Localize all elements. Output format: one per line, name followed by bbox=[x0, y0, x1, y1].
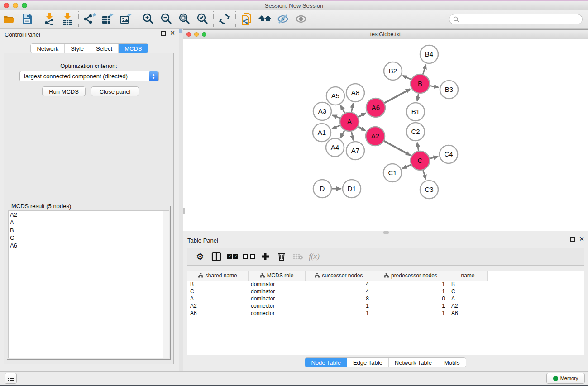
cell-shared-name[interactable]: A bbox=[187, 295, 248, 302]
zoom-in-button[interactable] bbox=[139, 11, 157, 27]
import-network-button[interactable] bbox=[40, 11, 58, 27]
graph-node-D1[interactable]: D1 bbox=[343, 180, 361, 198]
graph-node-C1[interactable]: C1 bbox=[383, 164, 402, 182]
column-header-name[interactable]: name bbox=[449, 271, 487, 281]
cell-shared-name[interactable]: A6 bbox=[187, 310, 248, 317]
edge-B-B1[interactable] bbox=[417, 94, 419, 101]
cell-successor-nodes[interactable]: 4 bbox=[305, 281, 373, 288]
cell-successor-nodes[interactable]: 1 bbox=[305, 310, 373, 317]
cell-MCDS-role[interactable]: connector bbox=[248, 302, 305, 310]
mcds-result-list[interactable]: A2ABCA6 bbox=[8, 210, 169, 358]
delete-table-button[interactable] bbox=[290, 249, 306, 264]
table-row[interactable]: Bdominator41B bbox=[187, 281, 584, 288]
column-header-predecessor-nodes[interactable]: predecessor nodes bbox=[373, 271, 449, 281]
result-list-item[interactable]: A bbox=[9, 219, 169, 226]
edge-A-A4[interactable] bbox=[340, 130, 344, 138]
network-graph[interactable]: B4B2BB3A8A5A6A3B1AC2A1A2A4A7C4CC1DD1C3 bbox=[183, 39, 588, 230]
cell-MCDS-role[interactable]: connector bbox=[248, 310, 305, 317]
graph-node-A[interactable]: A bbox=[340, 112, 359, 131]
float-window-icon[interactable] bbox=[570, 237, 575, 242]
graph-node-B2[interactable]: B2 bbox=[384, 62, 402, 80]
result-scrollbar[interactable] bbox=[163, 211, 169, 358]
graph-node-A3[interactable]: A3 bbox=[313, 102, 331, 120]
cell-predecessor-nodes[interactable]: 1 bbox=[373, 310, 449, 317]
node-table[interactable]: shared nameMCDS rolesuccessor nodesprede… bbox=[187, 271, 584, 355]
tab-style[interactable]: Style bbox=[64, 44, 90, 53]
edge-C-C1[interactable] bbox=[402, 165, 411, 168]
show-columns-button[interactable] bbox=[208, 249, 225, 264]
result-list-item[interactable]: B bbox=[9, 226, 169, 234]
graph-node-B1[interactable]: B1 bbox=[406, 103, 425, 121]
import-table-button[interactable] bbox=[58, 11, 76, 27]
canvas-vscroll-nub[interactable] bbox=[183, 208, 185, 214]
zoom-out-button[interactable] bbox=[157, 11, 175, 27]
apply-layout-button[interactable] bbox=[215, 11, 234, 27]
select-all-columns-button[interactable]: ✓ ✓ bbox=[225, 249, 241, 264]
tab-network-table[interactable]: Network Table bbox=[388, 358, 438, 367]
cell-name[interactable]: C bbox=[449, 288, 487, 295]
create-column-button[interactable] bbox=[257, 249, 273, 264]
export-table-button[interactable] bbox=[99, 11, 117, 27]
tab-mcds[interactable]: MCDS bbox=[118, 44, 148, 53]
cell-MCDS-role[interactable]: dominator bbox=[248, 288, 305, 295]
graph-node-A7[interactable]: A7 bbox=[346, 142, 364, 160]
cell-predecessor-nodes[interactable]: 1 bbox=[373, 288, 449, 295]
cell-name[interactable]: A2 bbox=[449, 302, 487, 310]
search-input[interactable] bbox=[461, 16, 582, 23]
edge-B-B4[interactable] bbox=[423, 65, 425, 74]
table-row[interactable]: Adominator80A bbox=[187, 295, 584, 302]
cell-name[interactable]: A bbox=[449, 295, 487, 302]
edge-A2-C[interactable] bbox=[384, 141, 410, 155]
cell-MCDS-role[interactable]: dominator bbox=[248, 295, 305, 302]
edge-A-A5[interactable] bbox=[340, 105, 344, 113]
cell-predecessor-nodes[interactable]: 1 bbox=[373, 281, 449, 288]
graph-node-C[interactable]: C bbox=[411, 151, 430, 170]
graph-node-B[interactable]: B bbox=[411, 74, 430, 93]
graph-node-A1[interactable]: A1 bbox=[313, 124, 331, 142]
graph-node-C2[interactable]: C2 bbox=[406, 123, 425, 141]
search-field[interactable] bbox=[449, 14, 583, 24]
zoom-selected-button[interactable] bbox=[193, 11, 211, 27]
delete-columns-button[interactable] bbox=[273, 249, 290, 264]
table-settings-button[interactable]: ⚙ bbox=[192, 249, 208, 264]
result-list-item[interactable]: A2 bbox=[9, 211, 169, 219]
graph-node-C3[interactable]: C3 bbox=[420, 181, 438, 199]
cell-predecessor-nodes[interactable]: 1 bbox=[373, 302, 449, 310]
graph-node-C4[interactable]: C4 bbox=[440, 145, 458, 163]
cell-shared-name[interactable]: A2 bbox=[187, 302, 248, 310]
tab-edge-table[interactable]: Edge Table bbox=[347, 358, 388, 367]
column-header-shared-name[interactable]: shared name bbox=[187, 271, 248, 281]
tab-select[interactable]: Select bbox=[90, 44, 118, 53]
result-list-item[interactable]: A6 bbox=[9, 242, 169, 249]
network-window-titlebar[interactable]: testGlobe.txt bbox=[183, 29, 588, 39]
cell-name[interactable]: B bbox=[449, 281, 487, 288]
table-row[interactable]: Cdominator41C bbox=[187, 288, 584, 295]
cell-successor-nodes[interactable]: 1 bbox=[305, 302, 373, 310]
cell-successor-nodes[interactable]: 8 bbox=[305, 295, 373, 302]
close-panel-button[interactable]: Close panel bbox=[91, 86, 139, 96]
edge-C-C3[interactable] bbox=[423, 170, 426, 179]
cell-predecessor-nodes[interactable]: 0 bbox=[373, 295, 449, 302]
graph-node-A8[interactable]: A8 bbox=[346, 84, 364, 102]
cell-shared-name[interactable]: C bbox=[187, 288, 248, 295]
memory-status-button[interactable]: Memory bbox=[546, 373, 585, 384]
hide-panels-button[interactable] bbox=[274, 11, 292, 27]
edge-C-C2[interactable] bbox=[417, 143, 419, 151]
edge-B-B2[interactable] bbox=[403, 76, 411, 80]
cell-name[interactable]: A6 bbox=[449, 310, 487, 317]
graph-node-A5[interactable]: A5 bbox=[326, 87, 344, 105]
graph-node-B4[interactable]: B4 bbox=[420, 45, 438, 63]
tab-network[interactable]: Network bbox=[31, 44, 64, 53]
cell-successor-nodes[interactable]: 4 bbox=[305, 288, 373, 295]
edge-A-A7[interactable] bbox=[351, 132, 353, 140]
panel-divider[interactable] bbox=[179, 29, 183, 371]
unselect-all-columns-button[interactable] bbox=[241, 249, 257, 264]
open-session-button[interactable] bbox=[0, 11, 18, 27]
edge-B-B3[interactable] bbox=[430, 86, 439, 87]
canvas-hscroll-nub[interactable] bbox=[383, 231, 389, 234]
zoom-fit-button[interactable] bbox=[175, 11, 193, 27]
criterion-dropdown[interactable]: largest connected component (directed) ▲… bbox=[19, 71, 159, 81]
cell-shared-name[interactable]: B bbox=[187, 281, 248, 288]
table-row[interactable]: A6connector11A6 bbox=[187, 310, 584, 317]
edge-A-A8[interactable] bbox=[351, 104, 353, 112]
